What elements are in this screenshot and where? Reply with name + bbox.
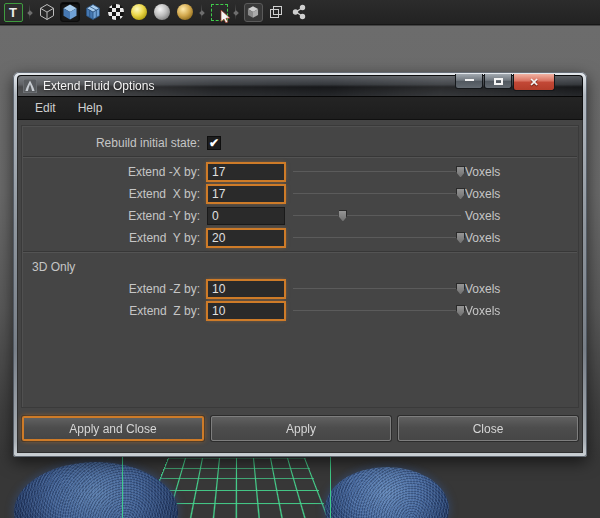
extend-pos-z-slider[interactable] — [293, 303, 461, 319]
toolbar-separator — [198, 3, 206, 21]
close-button[interactable]: ✕ — [513, 74, 555, 91]
rebuild-checkbox[interactable]: ✔ — [207, 136, 221, 150]
wireframe-cube-button[interactable] — [37, 2, 57, 22]
selection-tool-icon — [211, 4, 228, 21]
isolate-cube-button[interactable] — [243, 2, 263, 22]
textured-cube-button[interactable] — [83, 2, 103, 22]
overlap-squares-icon — [268, 4, 284, 20]
extend-neg-y-input[interactable] — [207, 207, 285, 225]
yellow-light-button[interactable] — [129, 2, 149, 22]
titlebar[interactable]: Extend Fluid Options ✕ — [17, 75, 583, 96]
share-button[interactable] — [289, 2, 309, 22]
window-title: Extend Fluid Options — [43, 79, 154, 93]
unit-label: Voxels — [465, 282, 500, 296]
gray-light-button[interactable] — [152, 2, 172, 22]
isolate-cube-icon — [244, 3, 263, 22]
wireframe-cube-icon — [38, 3, 56, 21]
unit-label: Voxels — [465, 209, 500, 223]
close-icon: ✕ — [529, 76, 538, 89]
overlap-squares-button[interactable] — [266, 2, 286, 22]
textured-cube-icon — [84, 3, 102, 21]
section-3d-only: 3D Only — [22, 256, 578, 277]
slider-thumb[interactable] — [456, 305, 465, 317]
extend-neg-x-slider[interactable] — [293, 164, 461, 180]
extend-neg-x-label: Extend -X by: — [22, 165, 200, 179]
toolbar-separator — [26, 3, 34, 21]
menubar: Edit Help — [17, 96, 583, 120]
menu-edit[interactable]: Edit — [25, 99, 66, 117]
slider-thumb[interactable] — [456, 166, 465, 178]
slider-track — [293, 288, 461, 289]
maximize-icon — [494, 78, 503, 85]
rebuild-initial-state-row: Rebuild initial state: ✔ — [22, 133, 578, 153]
extend-pos-z-row: Extend Z by: Voxels — [22, 300, 578, 321]
gold-light-button[interactable] — [175, 2, 195, 22]
extend-pos-x-input[interactable] — [207, 185, 285, 203]
share-icon — [291, 4, 307, 20]
unit-label: Voxels — [465, 231, 500, 245]
slider-track — [293, 237, 461, 238]
separator — [23, 251, 577, 253]
fluid-object-left[interactable] — [14, 462, 178, 518]
shaded-cube-icon — [61, 3, 79, 21]
shaded-cube-button[interactable] — [60, 2, 80, 22]
shelf-toolbar: T — [0, 0, 600, 25]
extend-pos-x-label: Extend X by: — [22, 187, 200, 201]
window-controls: ✕ — [455, 74, 555, 91]
extend-neg-z-row: Extend -Z by: Voxels — [22, 278, 578, 299]
extend-pos-x-slider[interactable] — [293, 186, 461, 202]
minimize-button[interactable] — [455, 74, 483, 89]
gold-light-icon — [177, 4, 193, 20]
options-panel: Rebuild initial state: ✔ Extend -X by: V… — [21, 125, 579, 408]
extend-neg-z-slider[interactable] — [293, 281, 461, 297]
unit-label: Voxels — [465, 165, 500, 179]
unit-label: Voxels — [465, 187, 500, 201]
extend-fluid-options-window: Extend Fluid Options ✕ Edit Help Rebuild… — [13, 72, 587, 457]
slider-track — [293, 310, 461, 311]
close-dialog-button[interactable]: Close — [398, 416, 578, 441]
text-tool-icon: T — [4, 3, 23, 22]
extend-neg-y-row: Extend -Y by: Voxels — [22, 205, 578, 226]
minimize-icon — [465, 78, 474, 81]
extend-neg-x-row: Extend -X by: Voxels — [22, 161, 578, 182]
extend-pos-y-input[interactable] — [207, 229, 285, 247]
rebuild-label: Rebuild initial state: — [22, 136, 200, 150]
selection-tool-button[interactable] — [209, 2, 229, 22]
check-icon: ✔ — [209, 136, 219, 150]
extend-pos-y-label: Extend Y by: — [22, 231, 200, 245]
slider-track — [293, 215, 461, 216]
maya-app-icon — [23, 79, 37, 93]
unit-label: Voxels — [465, 304, 500, 318]
yellow-light-icon — [131, 4, 147, 20]
slider-thumb[interactable] — [456, 232, 465, 244]
maximize-button[interactable] — [484, 74, 512, 89]
extend-pos-y-slider[interactable] — [293, 230, 461, 246]
checker-sphere-icon — [108, 4, 124, 20]
grid-edge-line — [330, 456, 331, 518]
extend-neg-y-slider[interactable] — [293, 208, 461, 224]
menu-help[interactable]: Help — [68, 99, 113, 117]
apply-button[interactable]: Apply — [211, 416, 391, 441]
slider-thumb[interactable] — [456, 283, 465, 295]
extend-pos-y-row: Extend Y by: Voxels — [22, 227, 578, 248]
slider-track — [293, 171, 461, 172]
apply-and-close-button[interactable]: Apply and Close — [22, 416, 204, 441]
extend-neg-z-input[interactable] — [207, 280, 285, 298]
extend-pos-z-input[interactable] — [207, 302, 285, 320]
text-tool-button[interactable]: T — [3, 2, 23, 22]
extend-neg-z-label: Extend -Z by: — [22, 282, 200, 296]
slider-thumb[interactable] — [338, 210, 347, 222]
checker-sphere-button[interactable] — [106, 2, 126, 22]
maya-application: T — [0, 0, 600, 518]
gray-light-icon — [154, 4, 170, 20]
small-cube-icon — [246, 5, 260, 19]
extend-pos-z-label: Extend Z by: — [22, 304, 200, 318]
extend-neg-x-input[interactable] — [207, 163, 285, 181]
dialog-content: Rebuild initial state: ✔ Extend -X by: V… — [17, 120, 583, 453]
cursor-arrow-icon — [220, 10, 231, 23]
slider-thumb[interactable] — [456, 188, 465, 200]
toolbar-separator — [232, 3, 240, 21]
extend-pos-x-row: Extend X by: Voxels — [22, 183, 578, 204]
fluid-object-right[interactable] — [325, 467, 449, 518]
separator — [23, 156, 577, 158]
